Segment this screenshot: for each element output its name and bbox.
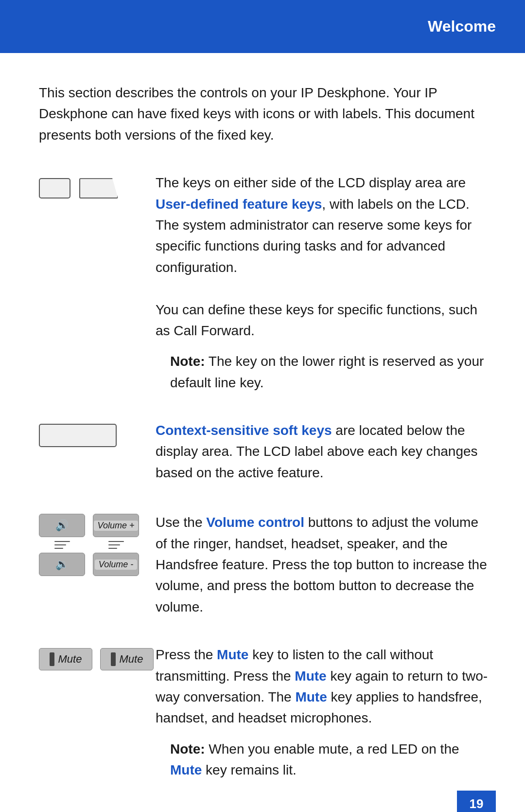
vol-line-2b xyxy=(108,544,120,545)
section-mute: Mute Mute Press the Mute key to listen t… xyxy=(39,644,491,780)
link-mute-1: Mute xyxy=(217,647,248,662)
volume-plus-label-key: Volume + xyxy=(93,514,139,537)
note-label-mute: Note: xyxy=(170,741,205,757)
mute-led-icon xyxy=(50,652,54,666)
volume-control-text: Use the Volume control buttons to adjust… xyxy=(156,510,491,617)
context-keys-text: Context-sensitive soft keys are located … xyxy=(156,420,491,483)
note-user-defined-keys: Note: The key on the lower right is rese… xyxy=(156,351,491,393)
volume-icon-style: 🔊 🔉 xyxy=(39,514,85,576)
note-mute-text-1: When you enable mute, a red LED on the xyxy=(205,741,459,757)
mute-icon-key: Mute xyxy=(39,648,92,670)
vol-line-1b xyxy=(108,541,124,542)
volume-minus-label: Volume - xyxy=(95,559,137,570)
key-icon-context-wide xyxy=(39,424,117,447)
vol-line-3b xyxy=(108,548,117,549)
vol-line-3a xyxy=(54,548,63,549)
volume-separator-lines-2 xyxy=(108,541,124,549)
note-label-1: Note: xyxy=(170,354,205,369)
mute-text: Press the Mute key to listen to the call… xyxy=(156,644,491,780)
vol-line-2a xyxy=(54,544,66,545)
context-keys-icons xyxy=(39,420,156,447)
mute-label-key: Mute xyxy=(100,648,154,670)
section-context-sensitive-keys: Context-sensitive soft keys are located … xyxy=(39,420,491,483)
section-user-defined-keys: The keys on either side of the LCD displ… xyxy=(39,172,491,393)
volume-separator-lines-1 xyxy=(54,541,70,549)
link-user-defined-feature-keys: User-defined feature keys xyxy=(156,197,322,212)
note-mute: Note: When you enable mute, a red LED on… xyxy=(156,739,491,781)
header-bar: Welcome xyxy=(0,0,525,53)
page-title: Welcome xyxy=(428,18,496,36)
link-volume-control: Volume control xyxy=(206,515,304,530)
text-plain-3: You can define these keys for specific f… xyxy=(156,302,477,338)
mute-icons: Mute Mute xyxy=(39,644,156,670)
text-mute-1: Press the xyxy=(156,647,217,662)
volume-plus-label: Volume + xyxy=(94,521,139,531)
text-plain-1: The keys on either side of the LCD displ… xyxy=(156,175,466,190)
volume-label-style: Volume + Volume - xyxy=(93,514,139,576)
speaker-low-icon: 🔉 xyxy=(55,558,69,571)
link-context-sensitive-soft-keys: Context-sensitive soft keys xyxy=(156,423,332,438)
note-mute-text-2: key remains lit. xyxy=(202,762,297,777)
mute-label-text: Mute xyxy=(120,653,143,666)
key-icon-angled-rect xyxy=(79,178,118,198)
key-icon-small-rect xyxy=(39,178,70,198)
link-mute-2: Mute xyxy=(295,668,326,684)
link-mute-3: Mute xyxy=(295,689,327,704)
link-mute-note: Mute xyxy=(170,762,202,777)
volume-icons: 🔊 🔉 Volume + xyxy=(39,510,156,576)
page-number: 19 xyxy=(470,796,484,812)
page-number-badge: 19 xyxy=(457,791,496,812)
mute-led-label xyxy=(111,652,116,666)
text-volume-1: Use the xyxy=(156,515,206,530)
note-text-1: The key on the lower right is reserved a… xyxy=(170,354,484,390)
vol-line-1a xyxy=(54,541,70,542)
volume-up-icon-key: 🔊 xyxy=(39,514,85,537)
intro-paragraph: This section describes the controls on y… xyxy=(39,82,491,145)
user-defined-keys-text: The keys on either side of the LCD displ… xyxy=(156,172,491,393)
section-volume-control: 🔊 🔉 Volume + xyxy=(39,510,491,617)
main-content: This section describes the controls on y… xyxy=(0,53,525,812)
volume-down-icon-key: 🔉 xyxy=(39,553,85,576)
volume-minus-label-key: Volume - xyxy=(93,553,139,576)
mute-icon-label: Mute xyxy=(58,653,82,666)
user-defined-keys-icons xyxy=(39,172,156,198)
speaker-high-icon: 🔊 xyxy=(55,519,69,532)
